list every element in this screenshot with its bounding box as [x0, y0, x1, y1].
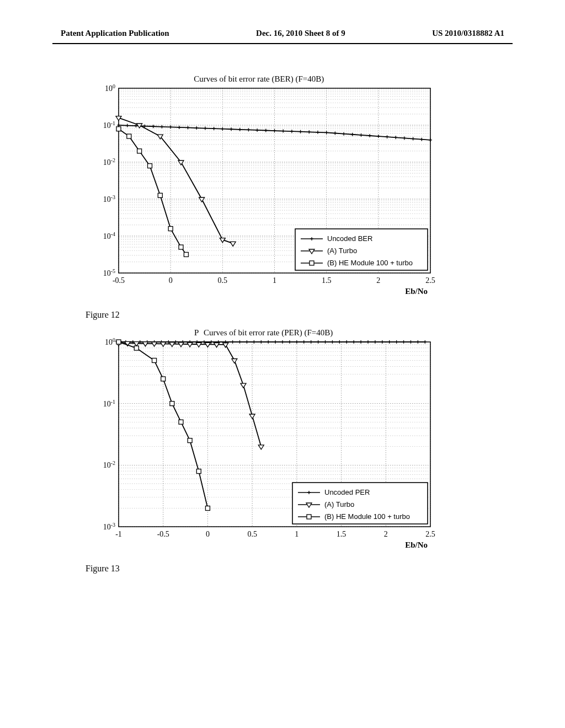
svg-text:Eb/No: Eb/No — [405, 287, 428, 296]
svg-text:(B) HE Module 100 + turbo: (B) HE Module 100 + turbo — [324, 512, 410, 521]
svg-marker-312 — [142, 342, 148, 346]
svg-text:2: 2 — [376, 276, 380, 285]
header-rule — [52, 43, 513, 44]
svg-rect-331 — [179, 420, 183, 424]
chart-ber: Curves of bit error rate (BER) (F=40B)10… — [86, 72, 439, 303]
svg-marker-147 — [199, 197, 205, 202]
svg-rect-155 — [168, 227, 173, 231]
svg-text:10-1: 10-1 — [103, 120, 115, 130]
svg-text:1: 1 — [273, 276, 276, 285]
svg-rect-152 — [137, 149, 142, 153]
svg-text:0: 0 — [169, 276, 173, 285]
svg-rect-153 — [148, 164, 152, 168]
page-header: Patent Application Publication Dec. 16, … — [0, 29, 565, 38]
svg-text:2.5: 2.5 — [425, 276, 435, 285]
svg-marker-325 — [258, 445, 264, 449]
svg-text:Uncoded PER: Uncoded PER — [324, 488, 370, 496]
svg-marker-322 — [232, 359, 237, 363]
figure-12-caption: Figure 12 — [86, 310, 504, 320]
svg-rect-330 — [170, 402, 174, 406]
svg-text:100: 100 — [105, 83, 115, 93]
svg-rect-344 — [307, 515, 311, 519]
svg-rect-333 — [196, 469, 201, 474]
svg-text:(B) HE Module 100 + turbo: (B) HE Module 100 + turbo — [327, 259, 413, 267]
svg-text:10-3: 10-3 — [103, 522, 115, 532]
figure-12: Curves of bit error rate (BER) (F=40B)10… — [86, 72, 504, 320]
svg-marker-321 — [223, 343, 228, 347]
svg-text:10-4: 10-4 — [103, 231, 115, 241]
svg-text:2: 2 — [384, 530, 388, 538]
svg-rect-167 — [310, 261, 314, 265]
svg-text:0.5: 0.5 — [247, 530, 257, 538]
svg-rect-151 — [127, 134, 131, 138]
svg-rect-334 — [205, 506, 210, 511]
svg-text:-0.5: -0.5 — [113, 276, 125, 285]
svg-text:100: 100 — [105, 337, 115, 347]
svg-text:(A)  Turbo: (A) Turbo — [324, 500, 354, 508]
svg-text:-1: -1 — [115, 530, 122, 538]
svg-text:1: 1 — [295, 530, 299, 538]
header-center: Dec. 16, 2010 Sheet 8 of 9 — [256, 29, 345, 38]
svg-rect-328 — [152, 358, 157, 363]
svg-text:P: P — [194, 328, 199, 337]
figure-13: Curves of bit error rate (PER) (F=40B)P1… — [86, 325, 504, 574]
header-right: US 2010/0318882 A1 — [432, 29, 504, 38]
svg-text:-0.5: -0.5 — [157, 530, 169, 538]
svg-marker-315 — [169, 342, 175, 347]
svg-marker-323 — [241, 383, 246, 388]
svg-rect-327 — [134, 346, 138, 350]
svg-text:Curves of bit error rate   (BE: Curves of bit error rate (BER) (F=40B) — [194, 74, 324, 84]
svg-marker-319 — [205, 342, 210, 347]
svg-text:Eb/No: Eb/No — [405, 540, 428, 549]
svg-text:10-1: 10-1 — [103, 398, 115, 408]
svg-rect-150 — [116, 127, 121, 131]
chart-per: Curves of bit error rate (PER) (F=40B)P1… — [86, 325, 439, 557]
svg-text:1.5: 1.5 — [337, 530, 347, 538]
svg-marker-324 — [249, 414, 255, 419]
svg-rect-329 — [161, 377, 166, 381]
svg-rect-156 — [179, 245, 183, 249]
svg-text:10-2: 10-2 — [103, 460, 115, 470]
svg-text:0: 0 — [206, 530, 210, 538]
svg-marker-320 — [214, 343, 220, 347]
svg-text:Curves of bit error rate   (PE: Curves of bit error rate (PER) (F=40B) — [204, 328, 333, 338]
svg-text:10-3: 10-3 — [103, 194, 115, 204]
svg-text:2.5: 2.5 — [425, 530, 435, 538]
svg-text:(A)  Turbo: (A) Turbo — [327, 247, 357, 255]
svg-text:10-2: 10-2 — [103, 157, 115, 167]
svg-rect-154 — [158, 193, 162, 197]
svg-marker-314 — [161, 342, 166, 346]
svg-rect-157 — [184, 253, 188, 257]
figure-13-caption: Figure 13 — [86, 564, 504, 574]
svg-marker-146 — [178, 160, 184, 165]
svg-text:1.5: 1.5 — [322, 276, 332, 285]
svg-rect-326 — [116, 340, 121, 344]
svg-text:0.5: 0.5 — [218, 276, 228, 285]
svg-text:Uncoded BER: Uncoded BER — [327, 234, 372, 243]
svg-marker-316 — [178, 342, 184, 347]
svg-marker-311 — [134, 342, 139, 346]
svg-marker-313 — [152, 342, 157, 346]
svg-rect-332 — [188, 438, 192, 443]
svg-marker-149 — [230, 242, 236, 246]
header-left: Patent Application Publication — [61, 29, 169, 38]
